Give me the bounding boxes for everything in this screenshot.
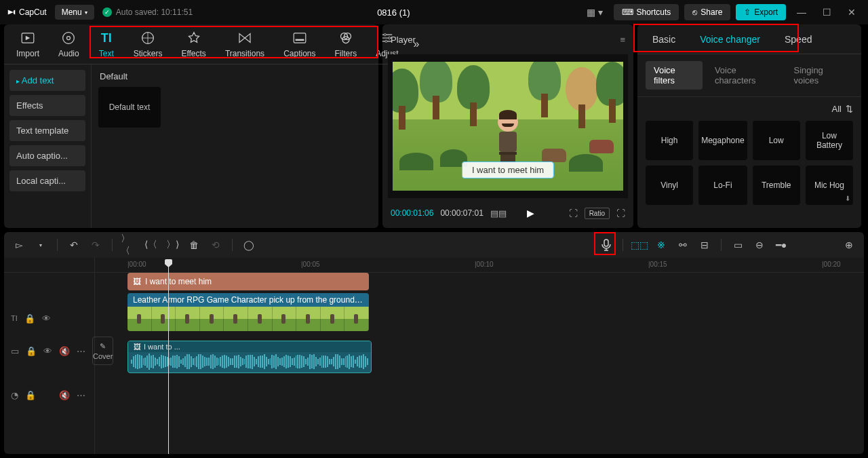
chevron-down-icon[interactable]: ▾: [33, 237, 49, 253]
text-clip[interactable]: 🖼 I want to meet him: [127, 273, 369, 290]
zoom-slider[interactable]: ━●: [773, 237, 789, 253]
zoom-in-icon[interactable]: ⊕: [841, 237, 857, 253]
menu-button[interactable]: Menu ▾: [55, 5, 94, 20]
layout-icon[interactable]: ▦ ▾: [581, 7, 608, 18]
video-clip[interactable]: Leather Armor RPG Game Character pick up…: [127, 293, 369, 331]
tab-transitions[interactable]: Transitions: [216, 24, 274, 64]
trim-right-icon[interactable]: 〉⟩: [164, 237, 180, 253]
fullscreen-icon[interactable]: ⛶: [616, 208, 625, 218]
player-controls: 00:00:01:06 00:00:07:01 ▤▤ ▶ ⛶ Ratio ⛶: [382, 198, 633, 228]
filter-icon[interactable]: ⇅: [846, 104, 853, 114]
audio-track-icon: ◔: [11, 390, 18, 400]
track-headers: TI 🔒 👁 ▭ 🔒 👁 🔇 ⋯ ✎ Cover ◔ 🔒 🔇: [4, 258, 95, 454]
mic-icon[interactable]: [598, 237, 614, 253]
sidebar-item-text-template[interactable]: Text template: [9, 120, 85, 141]
link-icon[interactable]: ⚯: [675, 237, 691, 253]
eye-icon[interactable]: 👁: [42, 313, 51, 324]
voice-vinyl[interactable]: Vinyl: [646, 166, 693, 205]
share-button[interactable]: ⎋ Share: [684, 4, 730, 20]
tab-text[interactable]: TI Text: [89, 24, 124, 64]
tab-voice-changer[interactable]: Voice changer: [688, 24, 772, 54]
revert-icon[interactable]: ⟲: [208, 237, 224, 253]
media-panel: Import Audio TI Text Stickers Effects: [4, 24, 378, 228]
filter-all-label[interactable]: All: [832, 104, 842, 114]
mute-icon[interactable]: 🔇: [59, 346, 70, 356]
tab-basic[interactable]: Basic: [640, 24, 688, 54]
lock-icon[interactable]: 🔒: [26, 346, 37, 356]
timeline-tracks[interactable]: |00:00 |00:05 |00:10 |00:15 |00:20 🖼 I w…: [95, 258, 864, 454]
chevron-down-icon: ▾: [85, 9, 87, 16]
lock-icon[interactable]: 🔒: [24, 313, 35, 324]
magnet-icon[interactable]: ⬚⬚: [631, 237, 648, 253]
sidebar-item-add-text[interactable]: Add text: [9, 70, 85, 91]
shortcuts-button[interactable]: ⌨ Shortcuts: [614, 4, 679, 20]
playhead[interactable]: [168, 259, 169, 454]
compare-icon[interactable]: ▤▤: [490, 208, 507, 218]
preset-default-text[interactable]: Default text: [98, 87, 161, 128]
tab-stickers[interactable]: Stickers: [124, 24, 172, 64]
track-head-text: TI 🔒 👁: [4, 308, 94, 328]
voice-low[interactable]: Low: [753, 121, 800, 160]
align-icon[interactable]: ⊟: [696, 237, 713, 253]
sub-tab-singing-voices[interactable]: Singing voices: [785, 61, 853, 90]
split-icon[interactable]: 〉〈: [121, 237, 137, 253]
timeline-toolbar: ▻ ▾ ↶ ↷ 〉〈 ⟨〈 〉⟩ 🗑 ⟲ ◯ ⬚⬚ ※ ⚯ ⊟ ▭ ⊖ ━● ⊕: [4, 232, 864, 258]
more-icon[interactable]: ⋯: [77, 390, 85, 400]
timeline: TI 🔒 👁 ▭ 🔒 👁 🔇 ⋯ ✎ Cover ◔ 🔒 🔇: [4, 258, 864, 454]
player-panel: Player ≡: [382, 24, 633, 228]
svg-point-9: [384, 34, 386, 36]
audio-clip[interactable]: 🖼 I want to ...: [127, 341, 372, 373]
tab-effects[interactable]: Effects: [172, 24, 215, 64]
undo-icon[interactable]: ↶: [66, 237, 82, 253]
player-viewport[interactable]: I want to meet him: [388, 54, 628, 198]
voice-lofi[interactable]: Lo-Fi: [698, 166, 747, 205]
sidebar-item-effects[interactable]: Effects: [9, 95, 85, 116]
tab-audio[interactable]: Audio: [49, 24, 89, 64]
audio-icon: [60, 30, 77, 46]
link-preview-icon[interactable]: ※: [653, 237, 669, 253]
tabs-more-icon[interactable]: »: [408, 38, 425, 50]
zoom-out-icon[interactable]: ⊖: [751, 237, 768, 253]
menu-icon[interactable]: ≡: [620, 35, 625, 45]
text-sidebar: Add text Effects Text template Auto capt…: [4, 64, 91, 228]
crop-icon[interactable]: ⛶: [569, 208, 578, 218]
zoom-box-icon[interactable]: ▭: [730, 237, 746, 253]
audio-clip-label: 🖼 I want to ...: [128, 341, 371, 352]
play-button[interactable]: ▶: [527, 208, 534, 218]
delete-icon[interactable]: 🗑: [186, 237, 202, 253]
mute-icon[interactable]: 🔇: [59, 390, 70, 400]
eye-icon[interactable]: 👁: [43, 346, 52, 356]
sub-tab-voice-filters[interactable]: Voice filters: [646, 61, 703, 90]
minimize-icon[interactable]: —: [791, 7, 812, 18]
redo-icon[interactable]: ↷: [87, 237, 104, 253]
sidebar-item-auto-captions[interactable]: Auto captio...: [9, 145, 85, 166]
voice-high[interactable]: High: [646, 121, 693, 160]
tab-captions[interactable]: Captions: [274, 24, 325, 64]
maximize-icon[interactable]: ☐: [817, 7, 837, 18]
timeline-ruler[interactable]: |00:00 |00:05 |00:10 |00:15 |00:20: [95, 258, 864, 273]
subtitle-overlay[interactable]: I want to meet him: [462, 161, 554, 178]
tab-speed[interactable]: Speed: [772, 24, 824, 54]
keyboard-icon: ⌨: [622, 7, 633, 17]
tab-import[interactable]: Import: [7, 24, 49, 64]
tab-filters[interactable]: Filters: [326, 24, 367, 64]
pointer-icon[interactable]: ▻: [11, 237, 27, 253]
export-button[interactable]: ⇧ Export: [736, 4, 786, 20]
video-clip-label: Leather Armor RPG Game Character pick up…: [127, 293, 369, 307]
ratio-button[interactable]: Ratio: [585, 208, 610, 219]
svg-point-1: [63, 33, 75, 44]
svg-point-11: [385, 40, 387, 42]
voice-mic-hog[interactable]: Mic Hog⬇: [806, 166, 853, 205]
more-icon[interactable]: ⋯: [77, 346, 85, 356]
svg-point-10: [388, 37, 390, 39]
voice-low-battery[interactable]: Low Battery: [806, 121, 853, 160]
voice-tremble[interactable]: Tremble: [753, 166, 800, 205]
sidebar-item-local-captions[interactable]: Local capti...: [9, 170, 85, 191]
lock-icon[interactable]: 🔒: [25, 390, 36, 400]
trim-left-icon[interactable]: ⟨〈: [142, 237, 159, 253]
sub-tab-voice-characters[interactable]: Voice characters: [707, 61, 782, 90]
voice-sub-tabs: Voice filters Voice characters Singing v…: [637, 54, 861, 97]
close-icon[interactable]: ✕: [842, 7, 861, 18]
voice-megaphone[interactable]: Megaphone: [698, 121, 747, 160]
shield-icon[interactable]: ◯: [241, 237, 257, 253]
